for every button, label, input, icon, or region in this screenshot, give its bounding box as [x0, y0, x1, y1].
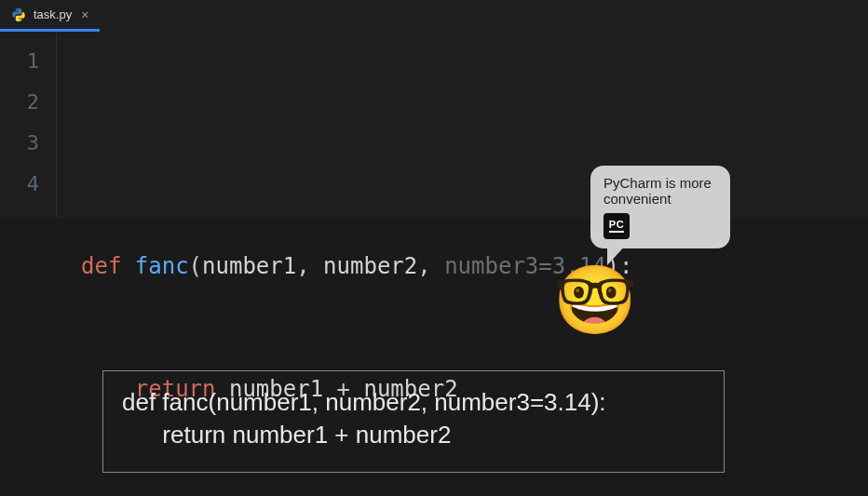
code-line	[81, 123, 855, 164]
line-number: 3	[0, 123, 56, 164]
line-number: 2	[0, 82, 56, 123]
plain-code-box: def fanc(number1, number2, number3=3.14)…	[102, 370, 725, 473]
code-area[interactable]: def fanc(number1, number2, number3=3.14)…	[57, 32, 868, 218]
code-line: def fanc(number1, number2, number3=3.14)…	[81, 246, 855, 287]
tab-filename: task.py	[34, 7, 72, 21]
plain-code-line: return number1 + number2	[122, 421, 451, 449]
line-number-gutter: 1 2 3 4	[0, 32, 56, 218]
code-line	[81, 491, 855, 496]
tab-bar: task.py ×	[0, 0, 868, 32]
close-tab-icon[interactable]: ×	[79, 7, 90, 23]
code-editor[interactable]: 1 2 3 4 def fanc(number1, number2, numbe…	[0, 32, 868, 218]
line-number: 1	[0, 41, 56, 82]
python-file-icon	[11, 7, 26, 22]
file-tab[interactable]: task.py ×	[0, 0, 100, 32]
plain-code-line: def fanc(number1, number2, number3=3.14)…	[122, 388, 606, 416]
line-number: 4	[0, 164, 56, 205]
